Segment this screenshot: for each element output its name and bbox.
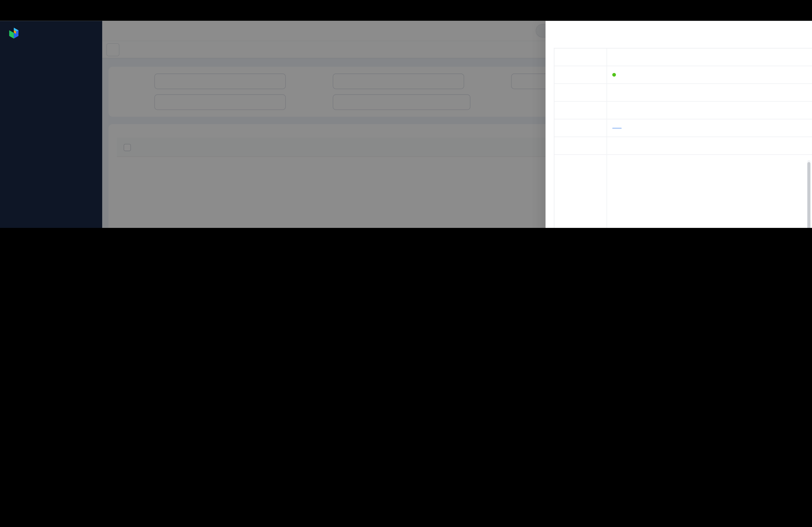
detail-label (554, 102, 607, 119)
app-logo-icon (7, 26, 20, 40)
request-params-json[interactable] (607, 158, 811, 228)
success-status-dot (612, 73, 616, 77)
operation-info-value (607, 102, 812, 119)
detail-label (554, 84, 607, 101)
scrollbar-thumb[interactable] (807, 162, 810, 228)
detail-row-result (554, 66, 812, 84)
detail-label (554, 66, 607, 84)
detail-label (554, 119, 607, 137)
detail-label (554, 137, 607, 154)
detail-row-request (554, 119, 812, 137)
request-method-tag (612, 127, 622, 129)
method-value (607, 137, 812, 154)
detail-row-info (554, 102, 812, 119)
log-id-value (607, 48, 812, 65)
sidebar-menu (0, 42, 102, 228)
detail-row-log-id (554, 48, 812, 66)
sidebar (0, 21, 102, 228)
detail-row-params (554, 155, 812, 228)
window-top-strip (0, 0, 812, 21)
detail-label (554, 155, 607, 228)
app-root (0, 0, 812, 228)
detail-row-method (554, 137, 812, 155)
detail-row-module (554, 84, 812, 102)
view-log-drawer (546, 21, 812, 228)
detail-label (554, 48, 607, 65)
log-detail-table (554, 48, 812, 228)
drawer-header (546, 21, 812, 45)
app-logo-row[interactable] (0, 21, 102, 42)
drawer-body (546, 45, 812, 228)
